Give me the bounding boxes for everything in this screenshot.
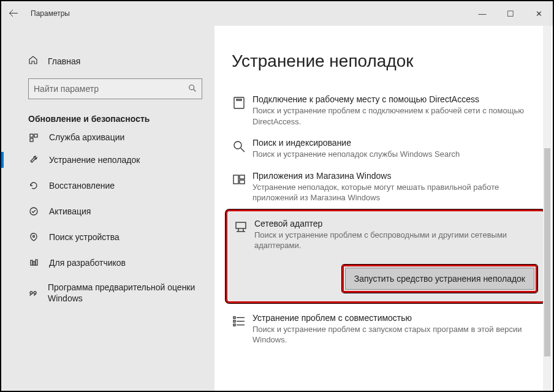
sidebar-item-label: Служба архивации	[49, 132, 124, 142]
svg-rect-8	[33, 262, 35, 265]
search-icon	[188, 84, 197, 94]
troubleshoot-item-compatibility[interactable]: Устранение проблем с совместимостью Поис…	[232, 308, 539, 352]
svg-rect-4	[30, 138, 33, 141]
troubleshoot-item-title: Устранение проблем с совместимостью	[252, 313, 539, 323]
search-index-icon	[232, 138, 252, 160]
minimize-button[interactable]: —	[468, 1, 496, 26]
troubleshoot-item-desc: Поиск и устранение неполадок службы Wind…	[252, 149, 539, 160]
svg-rect-16	[233, 175, 238, 184]
home-icon	[28, 55, 38, 67]
sidebar-home-label: Главная	[48, 56, 80, 66]
activation-icon	[28, 206, 39, 217]
svg-rect-23	[233, 317, 235, 318]
sidebar-home[interactable]: Главная	[28, 55, 202, 67]
svg-rect-3	[34, 134, 37, 137]
sidebar-nav: Служба архивации Устранение неполадок Во…	[1, 132, 202, 310]
backup-icon	[28, 132, 39, 143]
sidebar-item-label: Для разработчиков	[49, 258, 126, 268]
troubleshoot-item-search[interactable]: Поиск и индексирование Поиск и устранени…	[232, 133, 539, 166]
troubleshoot-item-directaccess[interactable]: Подключение к рабочему месту с помощью D…	[232, 89, 539, 133]
main-area: Главная Обновление и безопасность Служба…	[1, 26, 553, 391]
svg-rect-17	[240, 175, 245, 179]
troubleshoot-item-desc: Поиск и устранение проблем с подключение…	[252, 105, 539, 127]
sidebar-item-label: Поиск устройства	[49, 232, 120, 242]
sidebar-section-title: Обновление и безопасность	[28, 114, 202, 124]
sidebar-item-activation[interactable]: Активация	[1, 198, 202, 224]
scrollbar-thumb[interactable]	[544, 148, 550, 356]
troubleshoot-item-network-adapter[interactable]: Сетевой адаптер Поиск и устранение пробл…	[226, 209, 545, 303]
sidebar-item-label: Программа предварительной оценки Windows	[48, 282, 202, 304]
sidebar-item-backup[interactable]: Служба архивации	[1, 132, 202, 147]
run-troubleshooter-button[interactable]: Запустить средство устранения неполадок	[345, 268, 534, 290]
close-button[interactable]: ✕	[525, 1, 553, 26]
recovery-icon	[28, 180, 39, 191]
back-button[interactable]: 🡠	[1, 8, 26, 19]
sidebar-item-recovery[interactable]: Восстановление	[1, 173, 202, 198]
svg-point-5	[30, 208, 37, 215]
troubleshoot-item-title: Поиск и индексирование	[252, 138, 539, 148]
sidebar-item-developers[interactable]: Для разработчиков	[1, 250, 202, 276]
store-apps-icon	[232, 171, 252, 203]
troubleshoot-item-title: Приложения из Магазина Windows	[252, 171, 539, 181]
sidebar-item-label: Устранение неполадок	[49, 155, 140, 165]
compatibility-icon	[232, 313, 252, 345]
content-area: Устранение неполадок Подключение к рабоч…	[214, 26, 553, 391]
content-scrollbar[interactable]	[543, 26, 552, 391]
find-device-icon	[28, 232, 39, 243]
developers-icon	[28, 257, 39, 268]
workplace-icon	[232, 94, 252, 127]
svg-point-14	[234, 141, 241, 149]
troubleshoot-item-desc: Поиск и устранение проблем с беспроводны…	[254, 230, 537, 251]
svg-rect-13	[237, 99, 241, 100]
network-adapter-icon	[233, 219, 254, 251]
svg-point-10	[30, 292, 32, 294]
svg-rect-2	[30, 134, 33, 137]
sidebar-item-label: Восстановление	[49, 181, 115, 190]
svg-line-15	[241, 148, 245, 152]
svg-rect-18	[240, 180, 245, 184]
sidebar-item-troubleshoot[interactable]: Устранение неполадок	[1, 147, 202, 173]
wrench-icon	[28, 154, 39, 165]
svg-line-1	[194, 89, 196, 91]
run-troubleshooter-highlight: Запустить средство устранения неполадок	[342, 265, 537, 293]
sidebar: Главная Обновление и безопасность Служба…	[1, 26, 214, 391]
page-title: Устранение неполадок	[232, 51, 539, 71]
insider-icon	[28, 287, 38, 298]
search-box[interactable]	[28, 78, 202, 99]
titlebar: 🡠 Параметры — ☐ ✕	[1, 1, 553, 26]
troubleshoot-item-store-apps[interactable]: Приложения из Магазина Windows Устранени…	[232, 166, 539, 209]
troubleshoot-item-title: Сетевой адаптер	[254, 219, 537, 228]
sidebar-item-label: Активация	[49, 206, 91, 216]
troubleshoot-item-desc: Устранение неполадок, которые могут меша…	[252, 182, 539, 203]
search-input[interactable]	[34, 84, 188, 94]
window-controls: — ☐ ✕	[468, 1, 553, 26]
svg-rect-27	[233, 324, 235, 326]
maximize-button[interactable]: ☐	[496, 1, 525, 26]
troubleshoot-item-title: Подключение к рабочему месту с помощью D…	[252, 94, 539, 104]
svg-rect-9	[36, 260, 37, 265]
svg-rect-25	[233, 320, 235, 322]
sidebar-item-find-device[interactable]: Поиск устройства	[1, 224, 202, 250]
troubleshoot-item-desc: Поиск и устранение проблем с запуском ст…	[252, 324, 539, 345]
svg-rect-7	[31, 260, 32, 265]
app-title: Параметры	[31, 9, 70, 18]
sidebar-item-insider[interactable]: Программа предварительной оценки Windows	[1, 276, 202, 310]
svg-point-6	[33, 236, 35, 238]
svg-rect-19	[236, 222, 246, 228]
svg-point-0	[189, 85, 194, 89]
svg-point-11	[34, 292, 36, 294]
